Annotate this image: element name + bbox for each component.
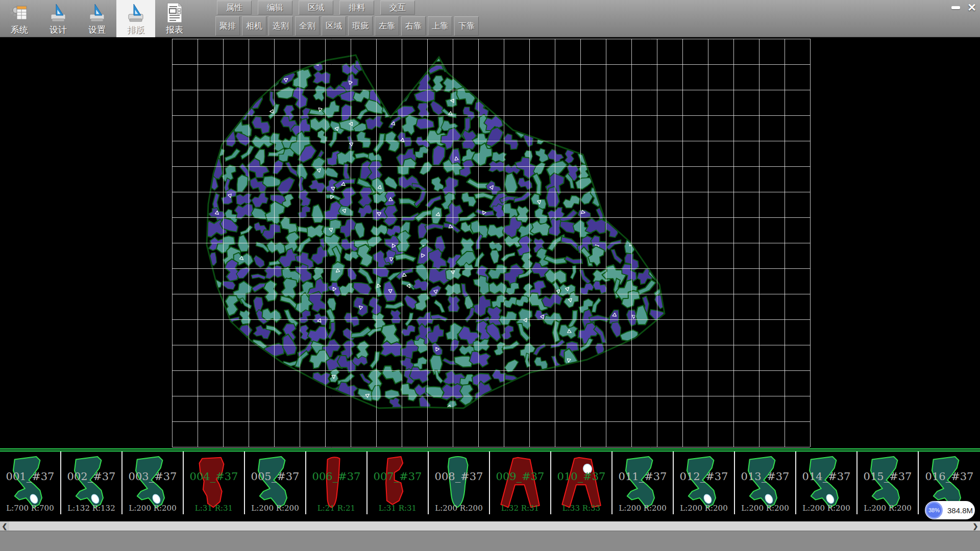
menu-tab-属性[interactable]: 属性 bbox=[217, 1, 252, 15]
piece-id-label: 004_#37 bbox=[184, 470, 244, 483]
piece-lr-label: L:200 R:200 bbox=[429, 504, 489, 513]
report-document-icon bbox=[164, 2, 185, 24]
menu-tab-编辑[interactable]: 编辑 bbox=[258, 1, 292, 15]
thumbnail-cell-002_#37[interactable]: 002_#37L:132 R:132 bbox=[61, 452, 122, 514]
design-ruler-icon bbox=[47, 2, 69, 24]
main-button-label: 排版 bbox=[127, 25, 144, 35]
close-button[interactable]: ✕ bbox=[965, 2, 979, 13]
main-button-label: 设计 bbox=[50, 25, 67, 35]
scroll-right-button[interactable]: ❯ bbox=[971, 521, 980, 531]
nesting-canvas[interactable] bbox=[0, 37, 980, 448]
thumbnail-cell-012_#37[interactable]: 012_#37L:200 R:200 bbox=[674, 452, 735, 514]
piece-id-label: 010_#37 bbox=[551, 470, 611, 483]
menu-tab-排料[interactable]: 排料 bbox=[339, 1, 374, 15]
canvas-area bbox=[0, 37, 980, 448]
layout-ruler-icon bbox=[125, 2, 146, 24]
piece-id-label: 016_#37 bbox=[919, 470, 980, 483]
piece-id-label: 003_#37 bbox=[122, 470, 183, 483]
piece-lr-label: L:200 R:200 bbox=[674, 504, 734, 513]
thumbnail-cell-008_#37[interactable]: 008_#37L:200 R:200 bbox=[429, 452, 490, 514]
top-toolbar: 系统设计设置排版报表 属性编辑区域排料交互 聚排相机选割全割区域瑕疵左靠右靠上靠… bbox=[0, 0, 980, 37]
piece-lr-label: L:132 R:132 bbox=[61, 504, 121, 513]
thumbnail-cell-007_#37[interactable]: 007_#37L:31 R:31 bbox=[368, 452, 429, 514]
thumbnail-cell-010_#37[interactable]: 010_#37L:33 R:33 bbox=[551, 452, 612, 514]
settings-ruler-icon bbox=[86, 2, 108, 24]
main-button-label: 报表 bbox=[166, 25, 183, 35]
main-button-排版[interactable]: 排版 bbox=[116, 0, 155, 37]
main-button-设计[interactable]: 设计 bbox=[39, 0, 78, 37]
piece-id-label: 009_#37 bbox=[490, 470, 550, 483]
piece-thumbnail-strip: 001_#37L:700 R:700002_#37L:132 R:132003_… bbox=[0, 452, 980, 514]
thumbnail-cell-015_#37[interactable]: 015_#37L:200 R:200 bbox=[857, 452, 919, 514]
memory-size-label: 384.8M bbox=[947, 506, 973, 515]
horizontal-scrollbar[interactable]: ❮ ❯ bbox=[0, 521, 980, 531]
piece-lr-label: L:200 R:200 bbox=[245, 504, 305, 513]
thumbnail-cell-011_#37[interactable]: 011_#37L:200 R:200 bbox=[612, 452, 674, 514]
piece-lr-label: L:31 R:31 bbox=[184, 504, 244, 513]
piece-id-label: 002_#37 bbox=[61, 470, 121, 483]
thumbnail-cell-009_#37[interactable]: 009_#37L:32 R:31 bbox=[490, 452, 551, 514]
piece-lr-label: L:200 R:200 bbox=[735, 504, 795, 513]
main-button-label: 系统 bbox=[11, 25, 28, 35]
main-button-报表[interactable]: 报表 bbox=[155, 0, 194, 37]
piece-lr-label: L:200 R:200 bbox=[857, 504, 918, 513]
piece-id-label: 014_#37 bbox=[796, 470, 856, 483]
tool-button-全割-3[interactable]: 全割 bbox=[295, 16, 320, 36]
tool-button-区域-4[interactable]: 区域 bbox=[322, 16, 346, 36]
tool-button-上靠-8[interactable]: 上靠 bbox=[428, 16, 452, 36]
piece-id-label: 001_#37 bbox=[0, 470, 60, 483]
piece-lr-label: L:200 R:200 bbox=[122, 504, 183, 513]
menu-tab-区域[interactable]: 区域 bbox=[299, 1, 333, 15]
memory-status-pill[interactable]: 38% 384.8M bbox=[925, 501, 975, 519]
piece-id-label: 012_#37 bbox=[674, 470, 734, 483]
scroll-left-button[interactable]: ❮ bbox=[0, 521, 9, 531]
system-gear-icon bbox=[9, 2, 30, 24]
thumbnail-cell-003_#37[interactable]: 003_#37L:200 R:200 bbox=[122, 452, 184, 514]
main-button-设置[interactable]: 设置 bbox=[78, 0, 116, 37]
thumbnail-cell-005_#37[interactable]: 005_#37L:200 R:200 bbox=[245, 452, 306, 514]
tool-button-左靠-6[interactable]: 左靠 bbox=[375, 16, 399, 36]
piece-id-label: 008_#37 bbox=[429, 470, 489, 483]
piece-id-label: 013_#37 bbox=[735, 470, 795, 483]
piece-id-label: 006_#37 bbox=[306, 470, 366, 483]
minimize-button[interactable] bbox=[948, 2, 963, 13]
main-button-label: 设置 bbox=[88, 25, 106, 35]
piece-id-label: 005_#37 bbox=[245, 470, 305, 483]
tool-button-下靠-9[interactable]: 下靠 bbox=[454, 16, 479, 36]
minimize-icon bbox=[951, 6, 960, 9]
piece-id-label: 007_#37 bbox=[368, 470, 428, 483]
piece-id-label: 011_#37 bbox=[612, 470, 673, 483]
tool-button-右靠-7[interactable]: 右靠 bbox=[401, 16, 426, 36]
piece-lr-label: L:21 R:21 bbox=[306, 504, 366, 513]
piece-lr-label: L:31 R:31 bbox=[368, 504, 428, 513]
menu-tab-交互[interactable]: 交互 bbox=[380, 1, 415, 15]
status-bar bbox=[0, 531, 980, 551]
tool-button-聚排-0[interactable]: 聚排 bbox=[215, 16, 240, 36]
piece-id-label: 015_#37 bbox=[857, 470, 918, 483]
piece-lr-label: L:200 R:200 bbox=[796, 504, 856, 513]
thumbnail-cell-013_#37[interactable]: 013_#37L:200 R:200 bbox=[735, 452, 796, 514]
tool-button-选割-2[interactable]: 选割 bbox=[268, 16, 293, 36]
memory-percent-badge: 38% bbox=[925, 502, 943, 519]
piece-lr-label: L:200 R:200 bbox=[612, 504, 673, 513]
tool-button-瑕疵-5[interactable]: 瑕疵 bbox=[348, 16, 373, 36]
main-button-系统[interactable]: 系统 bbox=[0, 0, 39, 37]
thumbnail-cell-014_#37[interactable]: 014_#37L:200 R:200 bbox=[796, 452, 857, 514]
piece-lr-label: L:700 R:700 bbox=[0, 504, 60, 513]
piece-lr-label: L:33 R:33 bbox=[551, 504, 611, 513]
thumbnail-strip-footer bbox=[0, 514, 980, 521]
thumbnail-cell-004_#37[interactable]: 004_#37L:31 R:31 bbox=[184, 452, 245, 514]
thumbnail-cell-006_#37[interactable]: 006_#37L:21 R:21 bbox=[306, 452, 368, 514]
tool-button-相机-1[interactable]: 相机 bbox=[242, 16, 266, 36]
piece-lr-label: L:32 R:31 bbox=[490, 504, 550, 513]
close-icon: ✕ bbox=[967, 3, 976, 13]
thumbnail-cell-001_#37[interactable]: 001_#37L:700 R:700 bbox=[0, 452, 61, 514]
